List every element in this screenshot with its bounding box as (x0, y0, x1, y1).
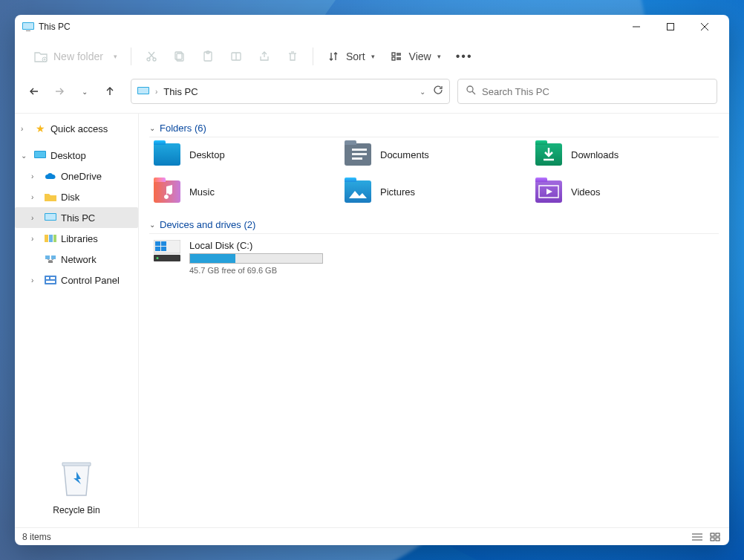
copy-button[interactable] (166, 45, 194, 68)
folder-pictures[interactable]: Pictures (345, 180, 528, 203)
sidebar-item-this-pc[interactable]: › This PC (15, 207, 138, 228)
sidebar-item-label: Quick access (50, 123, 108, 134)
folders-section-header[interactable]: ⌄ Folders (6) (149, 120, 719, 137)
cut-button[interactable] (137, 45, 166, 68)
breadcrumb[interactable]: This PC (163, 86, 198, 97)
svg-rect-37 (45, 255, 50, 259)
sidebar-item-label: OneDrive (61, 171, 102, 182)
svg-rect-27 (138, 88, 149, 94)
sidebar-item-label: Control Panel (61, 275, 120, 286)
folder-documents[interactable]: Documents (345, 143, 528, 166)
svg-point-10 (147, 58, 150, 61)
new-folder-icon (34, 50, 48, 63)
recent-button[interactable]: ⌄ (76, 82, 94, 100)
recycle-bin-icon (58, 458, 95, 499)
chevron-right-icon: › (155, 88, 157, 96)
drive-free-text: 45.7 GB free of 69.6 GB (189, 266, 323, 275)
sidebar-item-control-panel[interactable]: › Control Panel (15, 270, 138, 290)
svg-rect-1 (23, 23, 33, 29)
delete-button[interactable] (278, 45, 307, 68)
chevron-right-icon: › (31, 193, 40, 201)
minimize-button[interactable] (619, 15, 653, 39)
address-bar[interactable]: › This PC ⌄ (131, 79, 450, 104)
svg-rect-4 (668, 24, 674, 30)
folder-videos[interactable]: Videos (535, 180, 719, 203)
search-input[interactable] (482, 86, 709, 97)
close-button[interactable] (688, 15, 722, 39)
svg-line-13 (149, 52, 154, 58)
maximize-button[interactable] (653, 15, 688, 39)
svg-rect-52 (161, 241, 166, 246)
drive-local-c[interactable]: Local Disk (C:) 45.7 GB free of 69.6 GB (149, 240, 719, 275)
svg-line-41 (50, 259, 53, 261)
svg-line-12 (149, 52, 154, 58)
control-panel-icon (45, 274, 56, 286)
svg-rect-63 (716, 538, 719, 541)
main-content: ⌄ Folders (6) Desktop Documents (139, 114, 729, 527)
view-icon (390, 50, 403, 63)
cut-icon (145, 50, 158, 63)
svg-rect-54 (161, 247, 166, 251)
chevron-right-icon: › (21, 125, 30, 133)
sidebar-item-label: Libraries (61, 233, 98, 244)
pictures-folder-icon (345, 180, 371, 203)
sidebar-item-onedrive[interactable]: › OneDrive (15, 166, 138, 186)
folder-downloads[interactable]: Downloads (535, 143, 719, 166)
sidebar-item-network[interactable]: › Network (15, 249, 138, 270)
folder-desktop[interactable]: Desktop (154, 143, 337, 166)
sort-button[interactable]: Sort ▾ (319, 45, 382, 68)
svg-line-29 (472, 91, 475, 94)
refresh-button[interactable] (433, 85, 443, 98)
sort-label: Sort (346, 51, 365, 62)
sidebar-item-libraries[interactable]: › Libraries (15, 228, 138, 249)
back-button[interactable] (25, 82, 43, 100)
drive-name: Local Disk (C:) (189, 240, 323, 251)
svg-rect-48 (352, 157, 362, 160)
chevron-down-icon[interactable]: ⌄ (420, 88, 425, 96)
svg-rect-34 (45, 235, 48, 242)
sidebar-item-desktop[interactable]: ⌄ Desktop (15, 145, 138, 166)
sort-icon (327, 50, 340, 63)
recycle-bin[interactable]: Recycle Bin (15, 451, 138, 527)
new-folder-label: New folder (53, 51, 103, 62)
search-box[interactable] (457, 79, 717, 104)
rename-button[interactable] (222, 45, 250, 68)
svg-rect-47 (352, 153, 367, 155)
up-button[interactable] (101, 82, 119, 100)
svg-rect-53 (155, 247, 160, 251)
paste-button[interactable] (194, 45, 222, 68)
forward-button[interactable] (50, 82, 68, 100)
folders-header-label: Folders (6) (160, 123, 206, 134)
desktop-icon (34, 149, 46, 161)
downloads-folder-icon (535, 143, 562, 166)
chevron-down-icon: ⌄ (149, 124, 155, 132)
new-folder-button[interactable]: New folder ▾ (27, 45, 125, 68)
svg-rect-31 (35, 152, 45, 157)
folder-music[interactable]: Music (154, 180, 337, 203)
share-button[interactable] (250, 45, 278, 68)
sidebar-item-quick-access[interactable]: › ★ Quick access (15, 118, 138, 139)
window-title: This PC (39, 22, 71, 32)
chevron-down-icon: ▾ (371, 53, 375, 60)
videos-folder-icon (535, 180, 562, 203)
drives-section-header[interactable]: ⌄ Devices and drives (2) (149, 216, 719, 234)
this-pc-icon (137, 85, 149, 97)
view-button[interactable]: View ▾ (382, 45, 448, 68)
svg-rect-60 (711, 533, 714, 536)
icons-view-button[interactable] (708, 530, 722, 544)
svg-line-40 (48, 259, 50, 261)
more-button[interactable]: ••• (448, 45, 480, 68)
sidebar-item-disk[interactable]: › Disk (15, 186, 138, 207)
view-label: View (409, 51, 431, 62)
this-pc-icon (22, 21, 34, 33)
svg-rect-62 (711, 538, 714, 541)
drive-usage-bar (189, 253, 323, 264)
chevron-down-icon: ⌄ (149, 221, 155, 229)
svg-rect-43 (46, 277, 49, 279)
folder-label: Music (189, 186, 215, 198)
folder-label: Pictures (380, 186, 415, 198)
details-view-button[interactable] (691, 530, 704, 544)
documents-folder-icon (345, 143, 371, 166)
svg-rect-44 (50, 277, 55, 279)
star-icon: ★ (34, 123, 46, 134)
